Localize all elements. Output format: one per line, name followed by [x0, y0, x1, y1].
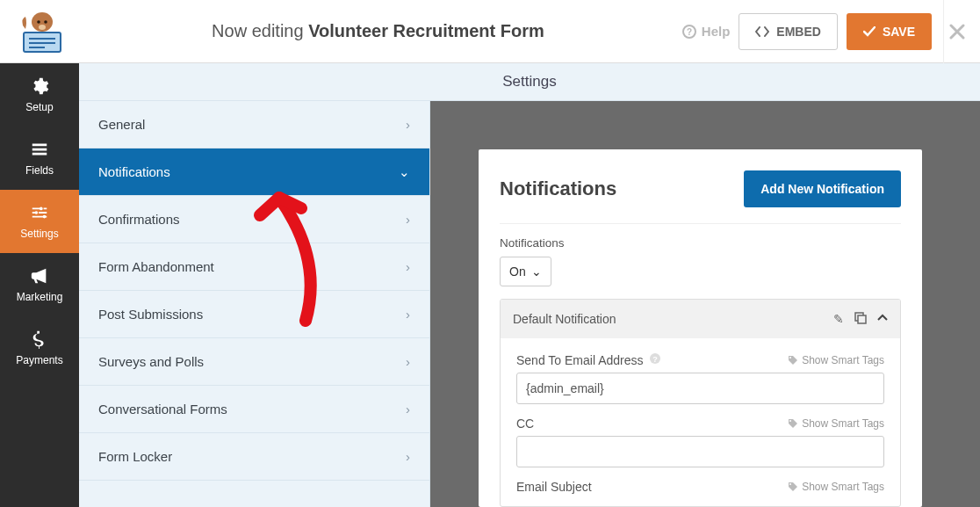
add-notification-button[interactable]: Add New Notification: [744, 170, 901, 207]
content-area: Notifications Add New Notification Notif…: [430, 101, 980, 507]
chevron-right-icon: ›: [406, 307, 410, 322]
wpforms-logo-icon: [18, 10, 66, 54]
chevron-right-icon: ›: [406, 354, 410, 369]
subject-row: Email Subject Show Smart Tags: [516, 480, 884, 494]
panel: Settings General › Notifications ⌄ Confi…: [79, 63, 980, 507]
save-label: SAVE: [883, 25, 915, 39]
chevron-right-icon: ›: [406, 402, 410, 416]
notifications-card: Notifications Add New Notification Notif…: [479, 149, 922, 507]
chevron-down-icon: ⌄: [399, 164, 410, 180]
tag-icon: [788, 355, 798, 366]
cc-label: CC: [516, 416, 534, 431]
edit-icon[interactable]: ✎: [833, 312, 844, 327]
svg-text:?: ?: [687, 27, 692, 37]
chevron-right-icon: ›: [406, 117, 410, 132]
settings-item-surveys-polls[interactable]: Surveys and Polls ›: [79, 338, 429, 386]
add-notification-label: Add New Notification: [760, 182, 884, 196]
panel-body: General › Notifications ⌄ Confirmations …: [79, 101, 980, 507]
form-name: Volunteer Recruitment Form: [308, 21, 544, 40]
save-button[interactable]: SAVE: [847, 13, 932, 50]
smart-tags-label: Show Smart Tags: [802, 354, 884, 366]
nav-fields-label: Fields: [25, 164, 54, 177]
send-to-row: Send To Email Address ? Show Smart Tags: [516, 352, 884, 404]
cc-row: CC Show Smart Tags: [516, 416, 884, 467]
top-actions: ? Help EMBED SAVE: [682, 13, 932, 50]
cc-input[interactable]: [516, 436, 884, 467]
show-smart-tags[interactable]: Show Smart Tags: [788, 417, 884, 430]
settings-item-label: Conversational Forms: [98, 402, 227, 416]
dollar-icon: [30, 330, 49, 349]
nav-settings-label: Settings: [20, 228, 58, 240]
collapse-icon[interactable]: [877, 312, 888, 327]
nav-setup[interactable]: Setup: [0, 63, 79, 127]
sidenav: Setup Fields Settings Marketing Payments: [0, 63, 79, 507]
send-to-input[interactable]: [516, 373, 884, 404]
bullhorn-icon: [30, 266, 49, 286]
notification-tools: ✎: [833, 312, 888, 327]
close-button[interactable]: [943, 0, 969, 63]
nav-settings[interactable]: Settings: [0, 190, 79, 253]
send-to-label-text: Send To Email Address: [516, 353, 644, 367]
settings-item-label: Post Submissions: [98, 307, 203, 322]
settings-item-form-abandonment[interactable]: Form Abandonment ›: [79, 243, 429, 291]
send-to-label: Send To Email Address ?: [516, 352, 661, 367]
settings-item-conversational[interactable]: Conversational Forms ›: [79, 386, 429, 433]
help-label: Help: [702, 24, 731, 39]
svg-point-8: [44, 20, 47, 24]
settings-item-label: Form Abandonment: [98, 259, 214, 274]
tag-icon: [788, 482, 798, 492]
settings-item-label: Notifications: [98, 164, 170, 179]
select-value: On: [509, 264, 526, 279]
svg-text:?: ?: [652, 355, 658, 364]
gear-icon: [30, 76, 49, 96]
subject-label: Email Subject: [516, 480, 592, 494]
card-header: Notifications Add New Notification: [500, 170, 901, 224]
settings-item-form-locker[interactable]: Form Locker ›: [79, 433, 429, 481]
settings-item-general[interactable]: General ›: [79, 101, 429, 148]
editing-prefix: Now editing: [212, 21, 304, 40]
svg-point-7: [37, 20, 40, 24]
svg-rect-16: [858, 315, 866, 323]
smart-tags-label: Show Smart Tags: [802, 417, 884, 430]
notification-block-title: Default Notification: [513, 312, 616, 326]
nav-setup-label: Setup: [25, 101, 53, 113]
settings-item-post-submissions[interactable]: Post Submissions ›: [79, 291, 429, 338]
help-button[interactable]: ? Help: [682, 24, 731, 39]
check-icon: [863, 26, 876, 37]
notification-block: Default Notification ✎: [500, 299, 901, 507]
settings-item-confirmations[interactable]: Confirmations ›: [79, 196, 429, 243]
show-smart-tags[interactable]: Show Smart Tags: [788, 481, 884, 493]
svg-point-21: [789, 483, 791, 485]
settings-item-notifications[interactable]: Notifications ⌄: [79, 148, 429, 196]
embed-icon: [755, 26, 769, 37]
chevron-down-icon: ⌄: [531, 264, 542, 279]
copy-icon[interactable]: [854, 312, 867, 327]
settings-item-label: Confirmations: [98, 212, 180, 227]
settings-item-label: General: [98, 117, 145, 132]
svg-point-9: [39, 25, 46, 30]
notification-block-header: Default Notification ✎: [501, 300, 900, 338]
svg-point-13: [35, 211, 39, 214]
settings-item-label: Form Locker: [98, 449, 172, 464]
nav-payments[interactable]: Payments: [0, 316, 79, 380]
smart-tags-label: Show Smart Tags: [802, 481, 884, 493]
show-smart-tags[interactable]: Show Smart Tags: [788, 354, 884, 366]
svg-point-12: [40, 207, 43, 211]
nav-marketing[interactable]: Marketing: [0, 253, 79, 316]
editing-title: Now editing Volunteer Recruitment Form: [74, 21, 682, 41]
svg-point-19: [789, 357, 791, 359]
embed-label: EMBED: [776, 25, 821, 39]
embed-button[interactable]: EMBED: [739, 13, 838, 50]
list-icon: [30, 140, 49, 159]
nav-fields[interactable]: Fields: [0, 127, 79, 190]
nav-payments-label: Payments: [16, 354, 62, 366]
page-title: Notifications: [500, 177, 616, 200]
chevron-right-icon: ›: [406, 259, 410, 274]
enable-notifications-select[interactable]: On ⌄: [500, 257, 551, 286]
notification-block-body: Send To Email Address ? Show Smart Tags: [501, 338, 900, 494]
tag-icon: [788, 418, 798, 429]
logo: [11, 10, 74, 54]
topbar: Now editing Volunteer Recruitment Form ?…: [0, 0, 980, 63]
help-icon[interactable]: ?: [649, 352, 661, 367]
settings-item-label: Surveys and Polls: [98, 354, 204, 369]
